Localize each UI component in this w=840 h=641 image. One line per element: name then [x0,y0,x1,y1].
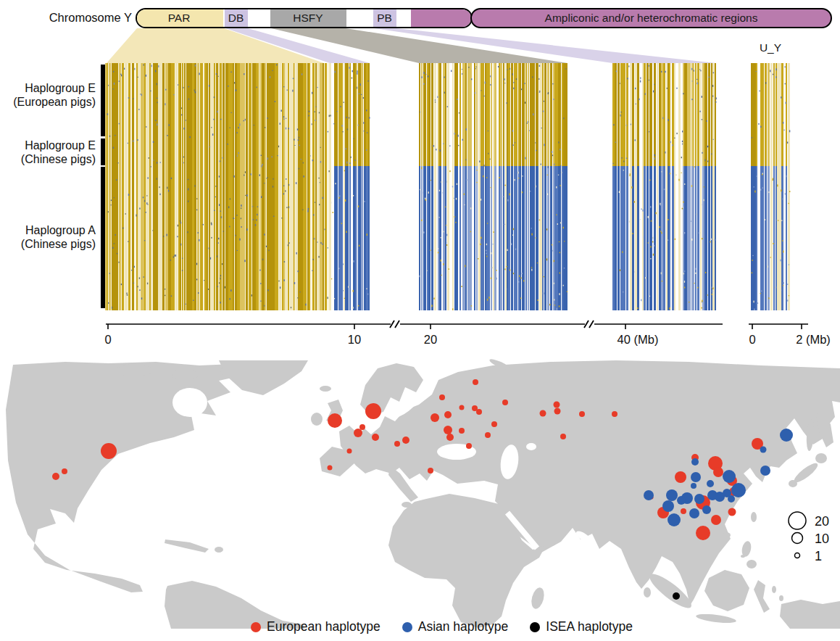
stripe [122,63,124,166]
speckle [147,204,148,205]
stripe [518,63,520,166]
asian-haplotype-bubble [723,489,731,497]
speckle [462,73,462,75]
stripe [508,166,510,310]
speckle [552,83,553,84]
speckle [636,104,636,104]
stripe [184,166,186,310]
speckle [691,239,692,241]
stripe [282,63,283,166]
speckle [753,301,754,303]
speckle [709,77,710,78]
speckle [702,152,702,154]
speckle [478,258,478,259]
speckle [241,226,241,228]
stripe [265,63,266,166]
stripe [249,166,251,310]
taiwan [751,512,757,522]
speckle [649,180,650,181]
speckle [667,88,668,89]
speckle [452,308,453,310]
speckle [783,285,783,286]
speckle [444,77,445,78]
speckle [251,294,251,297]
speckle [768,191,769,193]
speckle [239,123,240,125]
speckle [236,89,236,91]
stripe [438,63,439,166]
stripe [505,63,507,166]
stripe [290,63,292,166]
speckle [285,190,286,191]
stripe [563,166,565,310]
stripe [637,166,639,310]
speckle [241,218,241,219]
stripe [554,166,556,310]
speckle [684,271,685,272]
speckle [642,236,643,238]
speckle [631,186,632,189]
stripe [338,63,341,166]
haplogroup-origin: (European pigs) [0,95,96,109]
stripe [204,63,207,166]
stripe [756,63,757,166]
speckle [343,264,344,265]
speckle [262,164,263,165]
speckle [459,112,459,114]
european-haplotype-bubble [491,421,497,427]
speckle [327,297,328,299]
speckle [211,237,212,239]
speckle [257,87,257,88]
stripe [168,166,171,310]
speckle [538,78,539,80]
speckle [170,260,171,261]
speckle [510,270,510,271]
speckle [691,68,692,70]
stripe [210,63,214,166]
stripe [443,63,445,166]
speckle [470,207,471,209]
speckle [297,128,298,130]
speckle [752,255,753,256]
speckle [702,300,702,302]
stripe [282,166,283,310]
stripe [119,63,121,166]
stripe [514,63,515,166]
greenland [219,360,308,395]
speckle [682,208,683,210]
speckle [513,228,514,231]
speckle [283,86,284,87]
speckle [560,222,561,223]
stripe [775,63,777,166]
european-haplotype-bubble [431,413,439,422]
stripe [309,63,310,166]
speckle [486,253,486,255]
speckle [144,65,144,66]
speckle [700,70,701,72]
stripe [711,63,712,166]
stripe [246,63,248,166]
stripe [481,63,483,166]
stripe [271,63,275,166]
speckle [331,278,332,279]
stripe [233,166,234,310]
haplogroup-origin: (Chinese pigs) [0,237,96,251]
speckle [138,109,139,110]
stripe [153,166,154,310]
speckle [547,194,548,195]
speckle [531,269,532,271]
speckle [183,87,183,88]
stripe [358,166,361,310]
speckle [261,165,262,168]
speckle [436,149,436,150]
stripe [542,63,544,166]
stripe [562,166,563,310]
stripe [434,63,436,166]
speckle [702,289,703,290]
speckle [154,160,154,161]
stripe [674,166,675,310]
stripe [779,166,781,310]
stripe [642,63,644,166]
kyushu [789,480,797,487]
stripe [138,166,140,310]
